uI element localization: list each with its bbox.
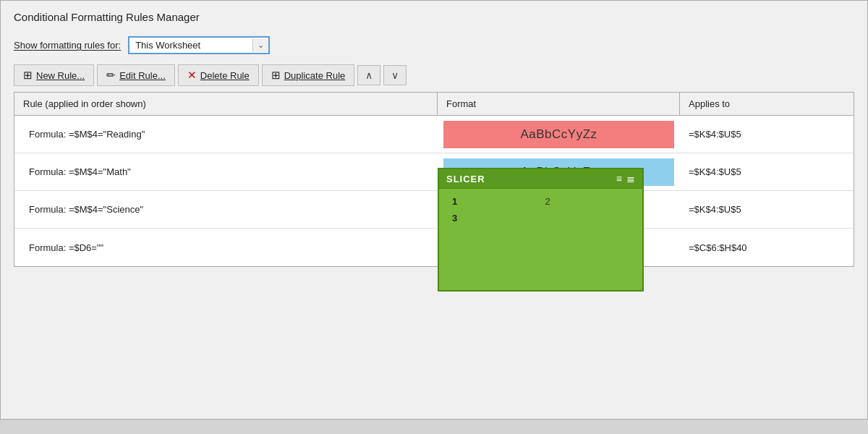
table-row[interactable]: Formula: =$D6="" =$C$6:$H$40 xyxy=(14,229,854,266)
delete-rule-button[interactable]: ✕ Delete Rule xyxy=(178,64,259,86)
clear-filter-icon[interactable]: ≣ xyxy=(626,173,635,184)
slicer-item[interactable]: 3 xyxy=(449,211,540,225)
table-header: Rule (applied in order shown) Format App… xyxy=(14,93,854,116)
format-preview-red: AaBbCcYyZz xyxy=(443,121,674,148)
new-rule-label: New Rule... xyxy=(36,70,85,81)
delete-rule-label: Delete Rule xyxy=(200,70,250,81)
rule-cell: Formula: =$M$4="Reading" xyxy=(14,123,438,145)
toolbar: ⊞ New Rule... ✏ Edit Rule... ✕ Delete Ru… xyxy=(1,61,867,92)
applies-cell: =$K$4:$U$5 xyxy=(680,198,854,221)
edit-rule-icon: ✏ xyxy=(106,69,116,82)
table-row[interactable]: Formula: =$M$4="Reading" AaBbCcYyZz =$K$… xyxy=(14,116,854,153)
show-rules-dropdown[interactable]: This Worksheet ⌄ xyxy=(128,36,270,54)
title-text: Conditional Formatting Rules Manager xyxy=(14,11,200,23)
rule-cell: Formula: =$M$4="Math" xyxy=(14,161,438,183)
filter-list-icon[interactable]: ≡ xyxy=(616,173,622,184)
dropdown-value: This Worksheet xyxy=(129,38,252,53)
edit-rule-button[interactable]: ✏ Edit Rule... xyxy=(97,64,175,86)
col-applies-header: Applies to xyxy=(680,93,854,115)
slicer-item[interactable]: 2 xyxy=(542,195,633,208)
slicer-panel[interactable]: SLICER ≡ ≣ 1 2 3 xyxy=(438,168,644,292)
slicer-items: 1 2 3 xyxy=(449,195,632,225)
dialog: Conditional Formatting Rules Manager Sho… xyxy=(0,0,868,420)
col-rule-header: Rule (applied in order shown) xyxy=(14,93,438,115)
applies-cell: =$K$4:$U$5 xyxy=(680,123,854,145)
slicer-icons: ≡ ≣ xyxy=(616,173,635,184)
slicer-item[interactable]: 1 xyxy=(449,195,540,208)
chevron-down-icon[interactable]: ⌄ xyxy=(252,38,268,52)
show-rules-row: Show formatting rules for: This Workshee… xyxy=(1,30,867,61)
applies-cell: =$C$6:$H$40 xyxy=(680,237,854,259)
table-body: Formula: =$M$4="Reading" AaBbCcYyZz =$K$… xyxy=(14,116,854,266)
move-down-button[interactable]: ∨ xyxy=(383,65,407,85)
show-rules-label: Show formatting rules for: xyxy=(14,40,121,51)
new-rule-icon: ⊞ xyxy=(23,69,33,82)
move-up-button[interactable]: ∧ xyxy=(357,65,380,85)
format-cell: AaBbCcYyZz xyxy=(438,116,680,153)
new-rule-button[interactable]: ⊞ New Rule... xyxy=(14,64,94,86)
duplicate-icon: ⊞ xyxy=(271,69,281,82)
slicer-title: SLICER xyxy=(446,174,485,184)
applies-cell: =$K$4:$U$5 xyxy=(680,161,854,183)
duplicate-rule-label: Duplicate Rule xyxy=(284,70,346,81)
chevron-down-icon: ∨ xyxy=(391,69,399,81)
rule-cell: Formula: =$D6="" xyxy=(14,237,438,259)
slicer-body: 1 2 3 xyxy=(439,189,642,290)
slicer-header: SLICER ≡ ≣ xyxy=(439,169,642,189)
edit-rule-label: Edit Rule... xyxy=(119,70,166,81)
dialog-title: Conditional Formatting Rules Manager xyxy=(1,1,867,30)
table-row[interactable]: Formula: =$M$4="Science" =$K$4:$U$5 xyxy=(14,191,854,229)
table-row[interactable]: Formula: =$M$4="Math" AaBbCcYyZz =$K$4:$… xyxy=(14,153,854,191)
col-format-header: Format xyxy=(438,93,680,115)
delete-icon: ✕ xyxy=(187,69,197,82)
duplicate-rule-button[interactable]: ⊞ Duplicate Rule xyxy=(262,64,355,86)
rules-table: Rule (applied in order shown) Format App… xyxy=(14,92,854,267)
chevron-up-icon: ∧ xyxy=(365,69,373,81)
rule-cell: Formula: =$M$4="Science" xyxy=(14,198,438,221)
